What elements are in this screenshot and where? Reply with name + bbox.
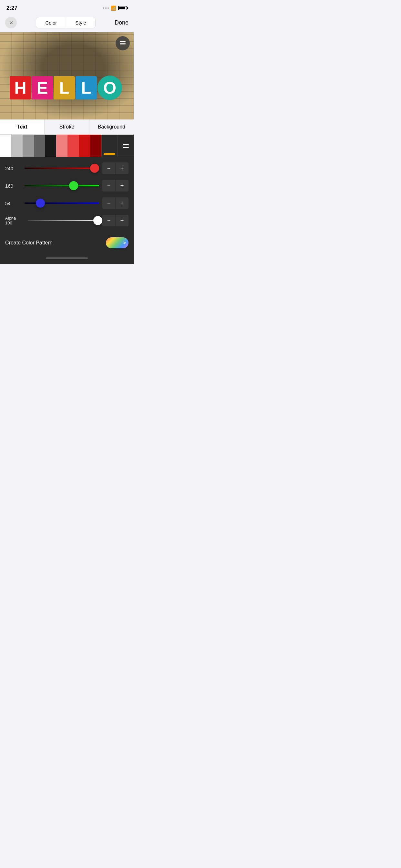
red-slider-thumb[interactable] bbox=[90, 164, 99, 173]
alpha-label: Alpha 100 bbox=[5, 216, 25, 225]
red-value-label: 240 bbox=[5, 166, 21, 171]
blue-value-label: 54 bbox=[5, 200, 21, 206]
blue-slider-row: 54 − + bbox=[5, 197, 128, 209]
green-decrease-button[interactable]: − bbox=[102, 180, 115, 191]
green-slider-thumb[interactable] bbox=[69, 181, 78, 190]
swatch-black[interactable] bbox=[45, 135, 57, 157]
red-slider-track bbox=[25, 167, 99, 169]
status-time: 2:27 bbox=[6, 5, 18, 11]
swatch-red[interactable] bbox=[79, 135, 90, 157]
wifi-icon: 📶 bbox=[111, 5, 116, 11]
blue-slider-controls: − + bbox=[102, 197, 128, 209]
letter-E: E bbox=[32, 76, 53, 99]
red-slider-controls: − + bbox=[102, 162, 128, 174]
status-icons: 📶 bbox=[103, 5, 127, 11]
swatches-menu-button[interactable] bbox=[118, 135, 134, 157]
color-tab-bar: Text Stroke Background bbox=[0, 120, 134, 135]
tab-stroke[interactable]: Stroke bbox=[44, 120, 89, 134]
canvas-menu-button[interactable] bbox=[116, 36, 130, 51]
letter-H: H bbox=[10, 76, 31, 99]
swatch-active-indicator bbox=[101, 135, 118, 157]
image-canvas: H E L L O bbox=[0, 32, 134, 120]
swatches-row bbox=[0, 135, 134, 157]
blue-slider-thumb[interactable] bbox=[36, 198, 45, 208]
green-slider-track-wrap[interactable] bbox=[25, 181, 99, 190]
blue-decrease-button[interactable]: − bbox=[102, 197, 115, 209]
letter-L1: L bbox=[54, 76, 75, 99]
red-decrease-button[interactable]: − bbox=[102, 162, 115, 174]
red-increase-button[interactable]: + bbox=[116, 162, 128, 174]
tab-color[interactable]: Color bbox=[36, 17, 66, 28]
blue-increase-button[interactable]: + bbox=[116, 197, 128, 209]
red-slider-track-wrap[interactable] bbox=[25, 164, 99, 173]
green-value-label: 169 bbox=[5, 183, 21, 189]
alpha-slider-controls: − + bbox=[102, 215, 128, 226]
blue-slider-track-wrap[interactable] bbox=[25, 198, 99, 208]
color-picker-section: 240 − + 169 − + 54 bbox=[0, 135, 134, 264]
swatch-pink[interactable] bbox=[67, 135, 79, 157]
letter-O: O bbox=[97, 75, 122, 100]
swatch-white[interactable] bbox=[0, 135, 11, 157]
alpha-slider-thumb[interactable] bbox=[93, 216, 102, 225]
hello-text: H E L L O bbox=[10, 75, 122, 100]
status-bar: 2:27 📶 bbox=[0, 0, 134, 14]
alpha-slider-row: Alpha 100 − + bbox=[5, 215, 128, 226]
green-slider-row: 169 − + bbox=[5, 180, 128, 191]
green-slider-controls: − + bbox=[102, 180, 128, 191]
signal-icon bbox=[103, 7, 109, 9]
nav-bar: ✕ Color Style Done bbox=[0, 14, 134, 32]
color-pattern-label: Create Color Pattern bbox=[5, 240, 53, 246]
done-button[interactable]: Done bbox=[115, 20, 128, 26]
green-slider-track bbox=[25, 185, 99, 186]
tab-text[interactable]: Text bbox=[0, 120, 44, 134]
color-pattern-button[interactable]: > bbox=[106, 237, 128, 248]
tab-style[interactable]: Style bbox=[66, 17, 95, 28]
swatch-dark-red[interactable] bbox=[90, 135, 101, 157]
swatch-light-pink[interactable] bbox=[56, 135, 67, 157]
scroll-pill bbox=[46, 257, 88, 259]
segmented-control: Color Style bbox=[36, 17, 95, 28]
alpha-slider-track-wrap[interactable] bbox=[28, 216, 99, 225]
alpha-decrease-button[interactable]: − bbox=[102, 215, 115, 226]
green-increase-button[interactable]: + bbox=[116, 180, 128, 191]
color-pattern-row: Create Color Pattern > bbox=[5, 237, 128, 248]
swatch-dark-gray[interactable] bbox=[34, 135, 45, 157]
tab-background[interactable]: Background bbox=[89, 120, 134, 134]
sliders-section: 240 − + 169 − + 54 bbox=[0, 157, 134, 235]
swatch-light-gray[interactable] bbox=[11, 135, 23, 157]
letter-L2: L bbox=[75, 76, 97, 99]
battery-icon bbox=[118, 6, 127, 10]
close-button[interactable]: ✕ bbox=[5, 17, 17, 28]
swatch-medium-gray[interactable] bbox=[23, 135, 34, 157]
alpha-slider-track bbox=[28, 220, 99, 221]
scroll-indicator bbox=[0, 255, 134, 264]
alpha-increase-button[interactable]: + bbox=[116, 215, 128, 226]
color-pattern-arrow: > bbox=[123, 240, 126, 245]
red-slider-row: 240 − + bbox=[5, 162, 128, 174]
